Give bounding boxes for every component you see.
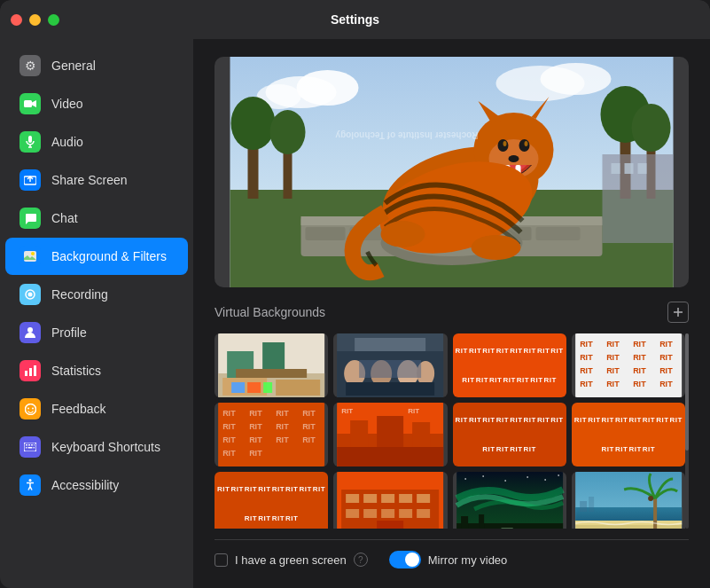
svg-rect-165 (589, 497, 594, 512)
svg-rect-69 (612, 163, 620, 174)
recording-icon (20, 284, 41, 305)
svg-text:RIT: RIT (659, 353, 673, 362)
sidebar-item-general[interactable]: ⚙ General (5, 47, 188, 84)
svg-rect-70 (625, 163, 634, 174)
sidebar-label-profile: Profile (51, 325, 87, 340)
thumbnail-beach[interactable] (572, 472, 685, 529)
green-screen-group[interactable]: I have a green screen ? (215, 553, 368, 567)
svg-point-152 (558, 474, 559, 476)
sidebar-item-chat[interactable]: Chat (5, 200, 188, 237)
minimize-button[interactable] (29, 14, 41, 26)
thumbnail-office[interactable] (215, 333, 328, 397)
svg-rect-141 (363, 509, 377, 518)
svg-text:RIT: RIT (302, 409, 316, 418)
sidebar-item-feedback[interactable]: Feedback (5, 390, 188, 427)
svg-rect-78 (236, 369, 307, 378)
mirror-video-toggle[interactable] (389, 551, 421, 568)
maximize-button[interactable] (48, 14, 59, 26)
svg-point-150 (527, 476, 528, 478)
svg-point-16 (32, 407, 34, 409)
svg-rect-127 (350, 420, 368, 451)
svg-rect-6 (24, 251, 36, 262)
svg-point-151 (544, 479, 546, 481)
svg-rect-23 (28, 447, 33, 449)
green-screen-checkbox[interactable] (215, 553, 228, 567)
sidebar-item-background[interactable]: Background & Filters (5, 238, 188, 275)
svg-text:RIT: RIT (633, 340, 646, 349)
svg-rect-82 (247, 382, 261, 393)
svg-rect-137 (381, 494, 394, 503)
thumbnail-rit-orange-4[interactable]: RITRITRIT RITRITRIT RITRITRIT RITRITRIT (572, 403, 685, 466)
svg-rect-11 (25, 371, 27, 376)
green-screen-label: I have a green screen (235, 553, 347, 567)
sidebar-item-statistics[interactable]: Statistics (5, 352, 188, 389)
svg-rect-92 (359, 360, 421, 378)
svg-text:RIT: RIT (341, 407, 353, 415)
sidebar-item-audio[interactable]: Audio (5, 123, 188, 161)
svg-text:RIT: RIT (659, 380, 673, 388)
svg-point-10 (27, 327, 33, 333)
main-content: Rochester Institute of Technology Virtua… (193, 39, 710, 588)
svg-text:RIT: RIT (276, 422, 289, 431)
sidebar-item-video[interactable]: Video (5, 85, 188, 122)
thumbnail-aurora[interactable] (453, 472, 566, 529)
svg-rect-49 (536, 227, 581, 240)
audio-icon (20, 131, 41, 153)
thumbnail-rit-orange-1[interactable]: RITRITRIT RITRITRIT RITRITRIT RITRITRIT … (453, 333, 566, 397)
svg-text:RIT: RIT (606, 366, 620, 375)
share-screen-icon (20, 169, 41, 191)
sidebar-label-recording: Recording (51, 287, 108, 302)
svg-text:RIT: RIT (633, 380, 646, 388)
gear-icon: ⚙ (20, 55, 41, 76)
background-icon (20, 246, 41, 267)
chat-icon (20, 208, 41, 229)
thumbnail-rit-orange-2[interactable]: RIT RIT RIT RIT RIT RIT RIT RIT RIT RIT … (215, 403, 328, 466)
window-controls (11, 14, 59, 26)
svg-point-61 (509, 155, 519, 162)
thumbnail-conference[interactable] (333, 333, 447, 397)
svg-text:RIT: RIT (606, 353, 620, 362)
thumbnail-rit-orange-3[interactable]: RITRITRIT RITRITRIT RITRITRIT RITRITRIT (453, 403, 566, 466)
section-title: Virtual Backgrounds (215, 305, 325, 319)
thumbnail-rit-white-1[interactable]: RIT RIT RIT RIT RIT RIT RIT RIT RIT RIT … (572, 333, 685, 397)
svg-rect-154 (461, 516, 468, 529)
close-button[interactable] (11, 14, 22, 26)
svg-text:RIT: RIT (276, 435, 289, 444)
svg-text:RIT: RIT (249, 449, 262, 458)
svg-rect-91 (346, 382, 434, 396)
section-header: Virtual Backgrounds (215, 302, 689, 323)
svg-rect-135 (346, 494, 359, 503)
sidebar-item-profile[interactable]: Profile (5, 314, 188, 351)
sidebar-item-accessibility[interactable]: Accessibility (5, 466, 188, 504)
svg-point-163 (648, 496, 653, 501)
svg-rect-0 (24, 100, 32, 107)
thumbnail-rit-campus[interactable]: RIT RIT (333, 403, 447, 466)
scrollbar-thumb[interactable] (685, 333, 689, 451)
sidebar-label-general: General (51, 59, 96, 73)
bottom-bar: I have a green screen ? Mirror my video (215, 539, 689, 568)
thumbnail-rit-orange-5[interactable]: RITRITRIT RITRITRIT RITRITRIT RITRITRIT (215, 472, 328, 529)
scrollbar-track[interactable] (685, 333, 689, 529)
svg-rect-138 (399, 494, 412, 503)
thumbnail-rit-building[interactable] (333, 472, 447, 529)
add-background-button[interactable] (667, 302, 689, 323)
svg-point-147 (464, 478, 466, 480)
sidebar-item-share-screen[interactable]: Share Screen (5, 161, 188, 199)
sidebar-item-recording[interactable]: Recording (5, 276, 188, 313)
svg-rect-81 (231, 382, 245, 393)
sidebar-label-feedback: Feedback (51, 402, 105, 416)
svg-text:RIT: RIT (222, 422, 236, 431)
svg-rect-145 (377, 521, 403, 529)
svg-rect-143 (399, 509, 412, 518)
mirror-video-group: Mirror my video (389, 551, 508, 568)
svg-text:RIT: RIT (633, 366, 646, 375)
sidebar-item-keyboard[interactable]: Keyboard Shortcuts (5, 428, 188, 466)
svg-rect-144 (417, 509, 430, 518)
svg-text:RIT: RIT (276, 409, 289, 418)
help-icon[interactable]: ? (354, 553, 368, 567)
svg-text:RIT: RIT (222, 435, 236, 444)
svg-text:RIT: RIT (580, 353, 593, 362)
sidebar-label-share-screen: Share Screen (51, 173, 128, 187)
svg-rect-83 (263, 382, 272, 393)
svg-point-65 (381, 221, 425, 247)
